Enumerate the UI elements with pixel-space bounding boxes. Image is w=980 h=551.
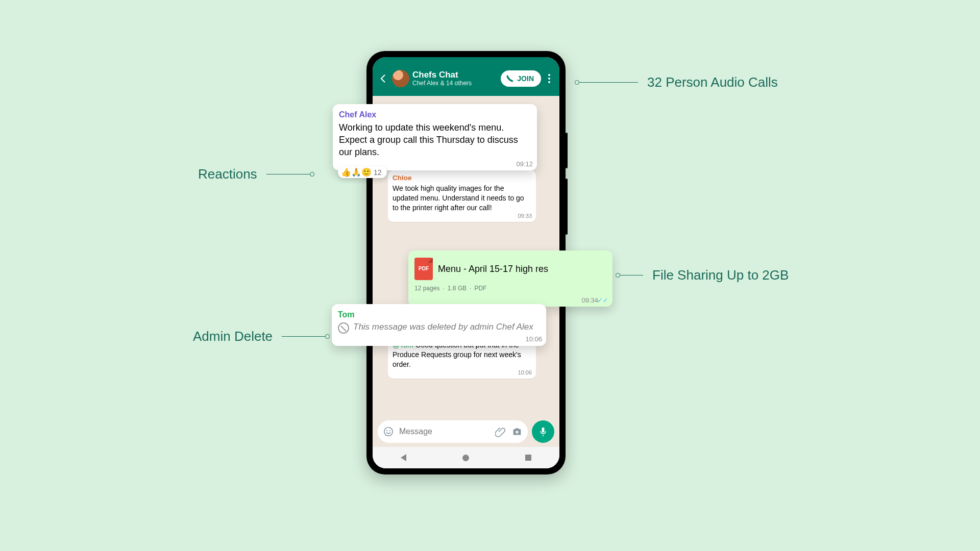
callout-label: File Sharing Up to 2GB — [643, 267, 798, 283]
message-sender: Chef Alex — [339, 109, 531, 120]
android-nav-bar — [373, 447, 559, 468]
voice-message-button[interactable] — [532, 420, 554, 443]
message-placeholder: Message — [399, 427, 490, 436]
emoji-icon[interactable] — [383, 426, 394, 437]
callout-label: 32 Person Audio Calls — [638, 74, 787, 90]
read-receipt-icon: ✓✓ — [597, 296, 608, 305]
file-name: Menu - April 15-17 high res — [438, 263, 548, 275]
message-sender: Tom — [338, 309, 540, 320]
back-button[interactable] — [378, 73, 389, 84]
message-bubble[interactable]: Chloe We took high quality images for th… — [388, 170, 536, 222]
message-sender: Chloe — [393, 173, 531, 183]
chat-title: Chefs Chat — [412, 70, 498, 80]
side-button — [566, 179, 568, 235]
callout-admin-delete: Admin Delete — [184, 329, 328, 344]
svg-point-2 — [389, 430, 390, 431]
join-label: JOIN — [517, 74, 534, 83]
side-button — [566, 133, 568, 168]
reaction-count: 12 — [374, 168, 382, 177]
message-time: 09:12 — [516, 160, 533, 169]
callout-label: Reactions — [189, 166, 266, 182]
group-avatar[interactable] — [392, 70, 409, 87]
nav-back-icon[interactable] — [401, 454, 406, 461]
message-time: 09:33 — [518, 212, 532, 220]
composer: Message — [373, 416, 559, 447]
deleted-text: This message was deleted by admin Chef A… — [353, 321, 533, 333]
kebab-dot-icon — [548, 74, 550, 76]
file-meta: 12 pages·1.8 GB·PDF — [414, 284, 606, 292]
message-input[interactable]: Message — [378, 420, 528, 443]
join-call-button[interactable]: JOIN — [501, 70, 541, 87]
message-time: 09:34 — [581, 296, 598, 305]
phone-icon — [506, 74, 514, 83]
message-text: We took high quality images for the upda… — [393, 184, 531, 213]
mic-icon — [538, 427, 548, 437]
camera-icon[interactable] — [511, 426, 523, 437]
pdf-icon: PDF — [414, 258, 433, 280]
message-bubble-highlight[interactable]: Chef Alex Working to update this weekend… — [333, 104, 537, 170]
message-time: 10:06 — [525, 335, 542, 344]
nav-recent-icon[interactable] — [525, 455, 531, 461]
attach-icon[interactable] — [495, 426, 506, 437]
more-menu-button[interactable] — [544, 71, 554, 86]
deleted-message-bubble-highlight[interactable]: Tom This message was deleted by admin Ch… — [332, 304, 546, 346]
callout-audio-calls: 32 Person Audio Calls — [577, 74, 787, 90]
callout-file-sharing: File Sharing Up to 2GB — [618, 267, 798, 283]
message-text: Working to update this weekend's menu. E… — [339, 121, 531, 159]
nav-home-icon[interactable] — [462, 455, 469, 461]
callout-label: Admin Delete — [184, 329, 282, 344]
chat-subtitle: Chef Alex & 14 others — [412, 80, 498, 87]
file-message-bubble-highlight[interactable]: PDF Menu - April 15-17 high res 12 pages… — [408, 251, 612, 307]
svg-point-1 — [386, 430, 387, 431]
kebab-dot-icon — [548, 78, 550, 80]
deleted-icon — [338, 322, 349, 334]
chat-title-block[interactable]: Chefs Chat Chef Alex & 14 others — [412, 70, 498, 87]
kebab-dot-icon — [548, 81, 550, 83]
svg-point-0 — [384, 428, 393, 436]
svg-point-3 — [516, 431, 519, 434]
reaction-emojis: 👍🙏🙂 — [341, 167, 372, 177]
callout-reactions: Reactions — [189, 166, 312, 182]
back-arrow-icon — [378, 73, 388, 84]
app-bar: Chefs Chat Chef Alex & 14 others JOIN — [373, 57, 559, 96]
message-time: 10:06 — [518, 369, 532, 377]
reactions-pill[interactable]: 👍🙏🙂 12 — [338, 166, 387, 178]
